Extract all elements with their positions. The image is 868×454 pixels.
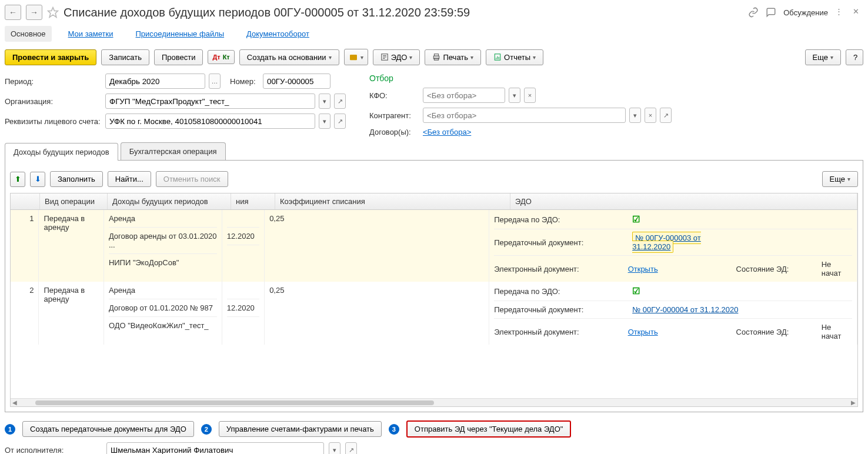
col-operation[interactable]: Вид операции bbox=[40, 193, 108, 209]
org-label: Организация: bbox=[5, 97, 102, 106]
tab-future-incomes[interactable]: Доходы будущих периодов bbox=[5, 143, 118, 161]
report-icon bbox=[493, 53, 502, 61]
chat-icon[interactable] bbox=[766, 7, 776, 18]
cell-edo: Передача по ЭДО:☑Передаточный документ:№… bbox=[489, 282, 857, 345]
number-label: Номер: bbox=[230, 77, 259, 86]
post-and-close-button[interactable]: Провести и закрыть bbox=[5, 49, 96, 65]
subtab-files[interactable]: Присоединенные файлы bbox=[130, 26, 231, 42]
tab-accounting-operation[interactable]: Бухгалтерская операция bbox=[121, 142, 226, 160]
edo-open-link[interactable]: Открыть bbox=[628, 265, 658, 273]
cell-edo: Передача по ЭДО:☑Передаточный документ:№… bbox=[489, 210, 857, 282]
printer-icon bbox=[432, 53, 440, 61]
counterparty-open-button[interactable]: ↗ bbox=[660, 108, 672, 123]
kebab-icon[interactable]: ⋮ bbox=[835, 7, 846, 18]
subtab-main[interactable]: Основное bbox=[5, 26, 52, 42]
reports-button[interactable]: Отчеты bbox=[486, 49, 543, 65]
kfo-dropdown-button[interactable]: ▾ bbox=[509, 88, 520, 103]
contract-link[interactable]: <Без отбора> bbox=[423, 128, 471, 136]
table-row[interactable]: 1Передача в арендуАрендаДоговор аренды о… bbox=[11, 210, 857, 282]
step-badge-2: 2 bbox=[201, 424, 212, 435]
subtab-docflow[interactable]: Документооборот bbox=[241, 26, 315, 42]
edo-button[interactable]: ЭДО bbox=[373, 49, 420, 65]
edo-handover-link[interactable]: № 00ГУ-000004 от 31.12.2020 bbox=[632, 305, 738, 314]
create-handover-docs-button[interactable]: Создать передаточные документы для ЭДО bbox=[22, 421, 194, 437]
edo-open-link[interactable]: Открыть bbox=[628, 328, 658, 336]
cell-operation: Передача в аренду bbox=[39, 282, 104, 345]
manage-invoices-button[interactable]: Управление счетами-фактурами и печать bbox=[219, 421, 382, 437]
col-coefficient[interactable]: Коэффициент списания bbox=[275, 193, 510, 209]
counterparty-dropdown-button[interactable]: ▾ bbox=[629, 108, 641, 123]
edo-transfer-label: Передача по ЭДО: bbox=[494, 287, 632, 296]
move-down-button[interactable]: ⬇ bbox=[30, 172, 45, 187]
period-select-button[interactable]: … bbox=[209, 74, 221, 89]
cancel-find-button[interactable]: Отменить поиск bbox=[156, 171, 228, 187]
account-input[interactable] bbox=[105, 114, 315, 129]
counterparty-clear-button[interactable]: × bbox=[645, 108, 656, 123]
fill-button[interactable]: Заполнить bbox=[50, 171, 103, 187]
from-executor-input[interactable] bbox=[106, 442, 324, 454]
contract-label: Договор(ы): bbox=[369, 128, 419, 136]
edo-transfer-checkbox[interactable]: ☑ bbox=[632, 214, 744, 225]
counterparty-input[interactable] bbox=[423, 108, 626, 123]
edo-edoc-label: Электронный документ: bbox=[494, 265, 627, 273]
discussion-label[interactable]: Обсуждение bbox=[783, 8, 828, 17]
svg-marker-0 bbox=[48, 8, 58, 18]
horizontal-scrollbar[interactable]: ◀ ▶ bbox=[11, 398, 857, 406]
edo-transfer-label: Передача по ЭДО: bbox=[494, 215, 632, 224]
edo-transfer-checkbox[interactable]: ☑ bbox=[632, 286, 744, 296]
step-badge-1: 1 bbox=[5, 424, 15, 435]
from-open-button[interactable]: ↗ bbox=[345, 442, 357, 454]
send-ed-button[interactable]: Отправить ЭД через "Текущие дела ЭДО" bbox=[406, 420, 572, 438]
find-button[interactable]: Найти... bbox=[108, 171, 151, 187]
col-future-incomes[interactable]: Доходы будущих периодов bbox=[108, 193, 231, 209]
edo-state-value: Не начат bbox=[822, 323, 852, 340]
cell-niya: 12.2020 bbox=[222, 282, 265, 345]
edo-handover-label: Передаточный документ: bbox=[494, 305, 632, 314]
favorite-star-icon[interactable] bbox=[47, 6, 59, 18]
page-title: Списание доходов будущих периодов 00ГУ-0… bbox=[64, 6, 743, 19]
col-edo[interactable]: ЭДО bbox=[510, 193, 857, 209]
cell-number: 1 bbox=[11, 210, 39, 282]
from-dropdown-button[interactable]: ▾ bbox=[329, 442, 340, 454]
account-open-button[interactable]: ↗ bbox=[334, 114, 346, 129]
kfo-input[interactable] bbox=[423, 88, 505, 103]
cell-coefficient: 0,25 bbox=[265, 282, 489, 345]
link-icon[interactable] bbox=[748, 7, 759, 18]
grid-header: Вид операции Доходы будущих периодов ния… bbox=[11, 193, 857, 210]
edo-state-label: Состояние ЭД: bbox=[736, 328, 822, 336]
cell-future-incomes: АрендаДоговор аренды от 03.01.2020 ...НИ… bbox=[104, 210, 222, 282]
period-label: Период: bbox=[5, 77, 102, 86]
more-button[interactable]: Еще bbox=[805, 49, 841, 65]
close-icon[interactable]: ✕ bbox=[853, 7, 863, 18]
kfo-label: КФО: bbox=[369, 91, 419, 100]
data-grid: Вид операции Доходы будущих периодов ния… bbox=[10, 193, 858, 407]
table-row[interactable]: 2Передача в арендуАрендаДоговор от 01.01… bbox=[11, 282, 857, 345]
kfo-clear-button[interactable]: × bbox=[524, 88, 536, 103]
edo-edoc-label: Электронный документ: bbox=[494, 328, 627, 336]
move-up-button[interactable]: ⬆ bbox=[10, 172, 25, 187]
account-label: Реквизиты лицевого счета: bbox=[5, 117, 102, 126]
cell-coefficient: 0,25 bbox=[265, 210, 489, 282]
filter-heading: Отбор bbox=[369, 74, 863, 83]
number-input[interactable] bbox=[263, 74, 330, 89]
nav-back-button[interactable]: ← bbox=[5, 5, 21, 20]
org-open-button[interactable]: ↗ bbox=[334, 94, 346, 109]
period-input[interactable] bbox=[105, 74, 205, 89]
subtab-notes[interactable]: Мои заметки bbox=[62, 26, 119, 42]
col-niya[interactable]: ния bbox=[231, 193, 275, 209]
edo-handover-link[interactable]: № 00ГУ-000003 от 31.12.2020 bbox=[632, 232, 701, 253]
create-based-button[interactable]: Создать на основании bbox=[239, 49, 339, 65]
edo-handover-label: Передаточный документ: bbox=[494, 238, 632, 247]
inner-more-button[interactable]: Еще bbox=[822, 171, 858, 187]
account-dropdown-button[interactable]: ▾ bbox=[319, 114, 330, 129]
edo-state-value: Не начат bbox=[822, 260, 852, 278]
post-button[interactable]: Провести bbox=[154, 49, 203, 65]
print-button[interactable]: Печать bbox=[425, 49, 481, 65]
save-button[interactable]: Записать bbox=[101, 49, 149, 65]
nav-forward-button[interactable]: → bbox=[26, 5, 42, 20]
attach-icon-button[interactable] bbox=[344, 49, 368, 65]
dtkt-icon-button[interactable]: ДтКт bbox=[208, 50, 234, 64]
help-button[interactable]: ? bbox=[846, 49, 863, 65]
org-input[interactable] bbox=[105, 94, 315, 109]
org-dropdown-button[interactable]: ▾ bbox=[319, 94, 330, 109]
